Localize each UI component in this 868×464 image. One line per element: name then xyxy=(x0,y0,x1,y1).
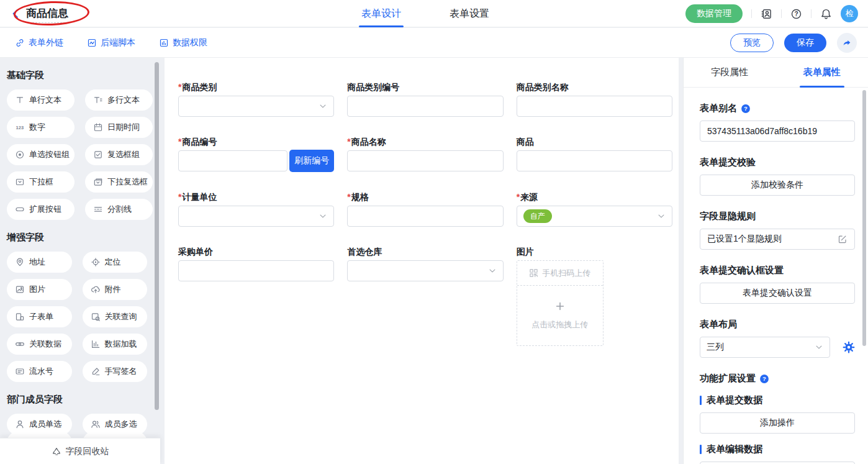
field-type-pill-multi-select[interactable]: 下拉复选框 xyxy=(85,171,153,193)
field-type-pill-location[interactable]: 定位 xyxy=(83,252,148,273)
form-field[interactable]: 首选仓库 xyxy=(347,245,503,346)
field-type-pill-multi-line-text[interactable]: 多行文本 xyxy=(85,89,153,111)
field-type-label: 单选按钮组 xyxy=(29,149,70,160)
form-field[interactable]: 商品类别名称 xyxy=(517,81,672,117)
share-button[interactable] xyxy=(837,33,857,53)
field-type-pill-attachment[interactable]: 附件 xyxy=(83,279,148,300)
field-type-pill-linked-query[interactable]: 关联查询 xyxy=(83,306,148,327)
form-field[interactable]: *来源自产 xyxy=(517,191,672,227)
form-field-label-text: 商品名称 xyxy=(351,137,386,147)
form-design-canvas[interactable]: *商品类别商品类别编号商品类别名称*商品编号刷新编号*商品名称商品*计量单位*规… xyxy=(165,58,679,464)
page-title[interactable]: 商品信息 xyxy=(26,6,68,23)
form-alias-input[interactable]: 537435113a06d7aff8c16b19 xyxy=(700,121,855,142)
avatar[interactable]: 检 xyxy=(841,5,858,22)
data-permission-link[interactable]: 数据权限 xyxy=(159,28,207,58)
panel-action-button[interactable]: 表单提交确认设置 xyxy=(700,283,855,304)
drop-upload-area[interactable]: 点击或拖拽上传 xyxy=(517,286,603,345)
radio-group-icon xyxy=(15,150,25,160)
chevron-down-icon xyxy=(319,212,327,221)
text-input[interactable] xyxy=(347,150,503,171)
scan-upload-area[interactable]: 手机扫码上传 xyxy=(517,261,603,286)
field-recycle-bin[interactable]: 字段回收站 xyxy=(0,438,160,464)
form-field[interactable]: 商品类别编号 xyxy=(347,81,503,117)
form-field[interactable]: 图片手机扫码上传点击或拖拽上传 xyxy=(517,245,672,346)
form-field[interactable]: *商品名称 xyxy=(347,135,503,172)
form-field[interactable]: *商品类别 xyxy=(178,81,334,117)
form-field-label: 商品类别名称 xyxy=(517,81,672,93)
panel-control: 添加操作 xyxy=(700,412,855,434)
form-field[interactable]: 商品 xyxy=(517,135,672,172)
panel-scrollbar[interactable] xyxy=(862,90,866,346)
form-field-label: *商品名称 xyxy=(347,135,503,148)
field-type-pill-number[interactable]: 123数字 xyxy=(7,117,75,138)
panel-action-button[interactable]: 添加操作 xyxy=(700,462,855,464)
panel-action-button[interactable]: 添加操作 xyxy=(700,412,855,434)
form-external-link[interactable]: 表单外链 xyxy=(15,28,63,58)
text-input[interactable] xyxy=(517,96,672,117)
field-type-label: 手写签名 xyxy=(105,366,137,377)
field-type-label: 下拉框 xyxy=(29,176,53,188)
field-type-pill-extend-button[interactable]: 扩展按钮 xyxy=(7,199,75,220)
data-load-icon xyxy=(91,339,101,349)
preview-button[interactable]: 预览 xyxy=(730,34,774,52)
svg-text:?: ? xyxy=(794,11,798,17)
field-type-pill-address[interactable]: 地址 xyxy=(7,252,72,273)
sidebar-scrollbar[interactable] xyxy=(155,62,159,410)
selected-option-tag: 自产 xyxy=(523,209,552,223)
refresh-number-button[interactable]: 刷新编号 xyxy=(289,150,334,172)
select-control[interactable]: 自产 xyxy=(517,206,672,227)
field-type-pill-linked-data[interactable]: 关联数据 xyxy=(7,334,72,355)
divider xyxy=(811,9,811,18)
field-type-pill-single-line-text[interactable]: 单行文本 xyxy=(7,89,75,111)
select-control[interactable] xyxy=(178,96,334,117)
back-icon[interactable] xyxy=(10,8,21,19)
select-control[interactable] xyxy=(178,206,334,227)
field-type-pill-serial-number[interactable]: 流水号 xyxy=(7,361,72,382)
select-control[interactable] xyxy=(347,260,503,281)
form-layout-select[interactable]: 三列 xyxy=(700,337,830,358)
panel-control: 已设置1个显隐规则 xyxy=(700,229,855,250)
panel-control: 表单提交确认设置 xyxy=(700,283,855,304)
form-field[interactable]: 采购单价 xyxy=(178,245,334,346)
notification-bell-icon[interactable] xyxy=(820,8,832,20)
form-field[interactable]: *商品编号刷新编号 xyxy=(178,135,334,172)
tab-form-design[interactable]: 表单设计 xyxy=(361,0,401,27)
text-input[interactable] xyxy=(347,206,503,227)
save-button[interactable]: 保存 xyxy=(784,34,826,52)
address-book-icon[interactable] xyxy=(761,8,772,20)
divider xyxy=(781,9,782,18)
field-type-pill-subform[interactable]: 子表单 xyxy=(7,306,72,327)
visibility-rule-box[interactable]: 已设置1个显隐规则 xyxy=(700,229,855,250)
panel-subsection-label: 表单提交数据 xyxy=(700,394,855,406)
text-input[interactable] xyxy=(178,150,287,171)
text-input[interactable] xyxy=(178,260,334,281)
sidebar-section-title: 基础字段 xyxy=(7,70,147,81)
help-icon[interactable]: ? xyxy=(790,8,802,20)
backend-script-link[interactable]: 后端脚本 xyxy=(87,28,135,58)
field-type-pill-radio-group[interactable]: 单选按钮组 xyxy=(7,144,75,165)
field-type-pill-signature[interactable]: 手写签名 xyxy=(83,361,148,382)
form-field-label-text: 商品类别名称 xyxy=(517,82,569,92)
tab-field-properties[interactable]: 字段属性 xyxy=(684,58,776,87)
tab-form-properties[interactable]: 表单属性 xyxy=(776,58,868,87)
tab-form-settings[interactable]: 表单设置 xyxy=(450,0,489,27)
field-type-label: 日期时间 xyxy=(107,122,140,133)
field-type-pill-divider[interactable]: 分割线 xyxy=(85,199,153,220)
field-type-pill-data-load[interactable]: 数据加载 xyxy=(83,334,148,355)
form-field[interactable]: *计量单位 xyxy=(178,191,334,227)
data-manage-button[interactable]: 数据管理 xyxy=(685,4,743,23)
panel-control: 三列 xyxy=(700,337,855,358)
form-field[interactable]: *规格 xyxy=(347,191,503,227)
field-type-pill-datetime[interactable]: 日期时间 xyxy=(85,117,153,138)
form-field-label: *来源 xyxy=(517,191,672,203)
field-type-pill-checkbox-group[interactable]: 复选框组 xyxy=(85,144,153,165)
text-input[interactable] xyxy=(347,96,503,117)
field-type-pill-image[interactable]: 图片 xyxy=(7,279,72,300)
form-field-label-text: 商品类别编号 xyxy=(347,82,399,92)
sidebar-section-grid: 单行文本多行文本123数字日期时间单选按钮组复选框组下拉框下拉复选框扩展按钮分割… xyxy=(7,89,147,220)
form-field-label: *商品类别 xyxy=(178,81,334,93)
recycle-icon xyxy=(52,447,61,457)
panel-action-button[interactable]: 添加校验条件 xyxy=(700,175,855,196)
field-type-pill-select[interactable]: 下拉框 xyxy=(7,171,75,193)
text-input[interactable] xyxy=(517,150,672,171)
